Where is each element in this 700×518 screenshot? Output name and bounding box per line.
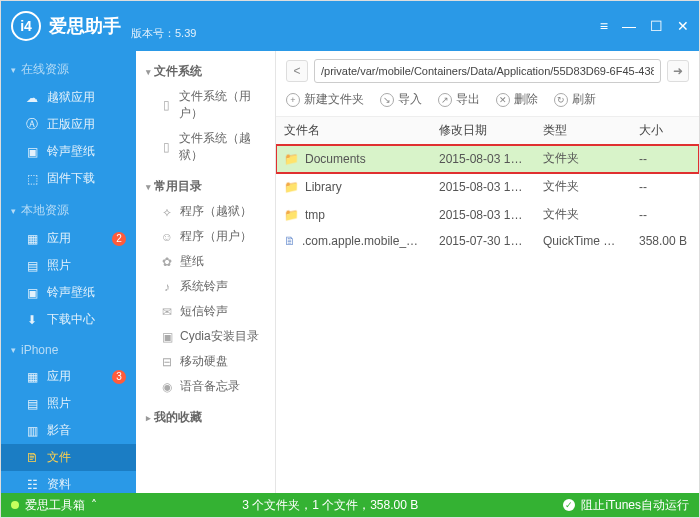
cell: 2015-07-30 17:... [431, 229, 535, 253]
download-icon: ⬚ [25, 172, 39, 186]
settings-icon[interactable]: ≡ [600, 18, 608, 34]
side-item-download-center[interactable]: ⬇下载中心 [1, 306, 136, 333]
side-head-iphone[interactable]: iPhone [1, 337, 136, 363]
table-row[interactable]: 📁Library 2015-08-03 10:... 文件夹 -- [276, 173, 699, 201]
tree-panel: 文件系统 ▯文件系统（用户） ▯文件系统（越狱） 常用目录 ⟡程序（越狱） ☺程… [136, 51, 276, 493]
col-size[interactable]: 大小 [631, 117, 699, 144]
file-icon: 🗎 [284, 234, 296, 248]
side-label: 影音 [47, 422, 71, 439]
status-summary: 3 个文件夹，1 个文件，358.00 B [242, 497, 418, 514]
status-itunes-button[interactable]: ✓ 阻止iTunes自动运行 [553, 497, 699, 514]
tree-head-common[interactable]: 常用目录 [140, 174, 271, 199]
side-section-iphone: iPhone ▦应用3 ▤照片 ▥影音 🖹文件 ☷资料 ⋯更多 [1, 337, 136, 493]
tree-head-fs[interactable]: 文件系统 [140, 59, 271, 84]
tree-group-fs: 文件系统 ▯文件系统（用户） ▯文件系统（越狱） [140, 59, 271, 168]
path-input[interactable] [314, 59, 661, 83]
titlebar: i4 爱思助手 版本号：5.39 ≡ — ☐ ✕ [1, 1, 699, 51]
side-item-firmware[interactable]: ⬚固件下载 [1, 165, 136, 192]
tree-item-voice-memo[interactable]: ◉语音备忘录 [140, 374, 271, 399]
photo-icon: ▤ [25, 259, 39, 273]
node-icon: ⟡ [160, 205, 174, 219]
status-bar: 爱思工具箱 ˄ 3 个文件夹，1 个文件，358.00 B ✓ 阻止iTunes… [1, 493, 699, 517]
cell: 2015-08-03 10:... [431, 147, 535, 171]
import-button[interactable]: ↘导入 [380, 91, 422, 108]
folder-icon: 📁 [284, 180, 299, 194]
tree-item-wallpaper[interactable]: ✿壁纸 [140, 249, 271, 274]
side-label: 铃声壁纸 [47, 284, 95, 301]
window-controls: ≡ — ☐ ✕ [600, 18, 689, 34]
nav-back-button[interactable]: < [286, 60, 308, 82]
cell: .com.apple.mobile_container_manager.meta… [302, 234, 431, 248]
tree-label: 文件系统（越狱） [179, 130, 265, 164]
new-folder-button[interactable]: +新建文件夹 [286, 91, 364, 108]
tree-item-ext-disk[interactable]: ⊟移动硬盘 [140, 349, 271, 374]
tree-group-common: 常用目录 ⟡程序（越狱） ☺程序（用户） ✿壁纸 ♪系统铃声 ✉短信铃声 ▣Cy… [140, 174, 271, 399]
export-button[interactable]: ↗导出 [438, 91, 480, 108]
side-item-iphone-files[interactable]: 🖹文件 [1, 444, 136, 471]
side-item-iphone-photos[interactable]: ▤照片 [1, 390, 136, 417]
tree-head-fav[interactable]: 我的收藏 [140, 405, 271, 430]
cell: Documents [305, 152, 366, 166]
side-item-iphone-info[interactable]: ☷资料 [1, 471, 136, 493]
side-head-local[interactable]: 本地资源 [1, 196, 136, 225]
tree-label: 移动硬盘 [180, 353, 228, 370]
toolbar: +新建文件夹 ↘导入 ↗导出 ✕删除 ↻刷新 [276, 87, 699, 117]
tree-label: 文件系统（用户） [179, 88, 265, 122]
col-name[interactable]: 文件名 [276, 117, 431, 144]
import-icon: ↘ [380, 93, 394, 107]
photo-icon: ▤ [25, 397, 39, 411]
side-item-ringtone-wall[interactable]: ▣铃声壁纸 [1, 138, 136, 165]
tree-item-apps-user[interactable]: ☺程序（用户） [140, 224, 271, 249]
table-row[interactable]: 📁Documents 2015-08-03 10:... 文件夹 -- [276, 145, 699, 173]
table-row[interactable]: 🗎.com.apple.mobile_container_manager.met… [276, 229, 699, 254]
apps-icon: ▦ [25, 370, 39, 384]
side-label: 下载中心 [47, 311, 95, 328]
col-date[interactable]: 修改日期 [431, 117, 535, 144]
side-item-local-ringtone-wall[interactable]: ▣铃声壁纸 [1, 279, 136, 306]
table-row[interactable]: 📁tmp 2015-08-03 15:... 文件夹 -- [276, 201, 699, 229]
cell: tmp [305, 208, 325, 222]
status-dot-icon [11, 501, 19, 509]
chevron-up-icon: ˄ [91, 498, 97, 512]
btn-label: 新建文件夹 [304, 91, 364, 108]
tree-label: 语音备忘录 [180, 378, 240, 395]
close-icon[interactable]: ✕ [677, 18, 689, 34]
side-section-local: 本地资源 ▦应用2 ▤照片 ▣铃声壁纸 ⬇下载中心 [1, 196, 136, 333]
side-item-local-apps[interactable]: ▦应用2 [1, 225, 136, 252]
gear-icon: ✿ [160, 255, 174, 269]
apps-icon: ▦ [25, 232, 39, 246]
music-icon: ▥ [25, 424, 39, 438]
side-head-online[interactable]: 在线资源 [1, 55, 136, 84]
cell: 文件夹 [535, 145, 631, 172]
tree-item-fs-root[interactable]: ▯文件系统（越狱） [140, 126, 271, 168]
cell: 文件夹 [535, 201, 631, 228]
tree-item-sys-ringtone[interactable]: ♪系统铃声 [140, 274, 271, 299]
side-item-local-photos[interactable]: ▤照片 [1, 252, 136, 279]
cell: -- [631, 175, 699, 199]
tree-label: 程序（越狱） [180, 203, 252, 220]
minimize-icon[interactable]: — [622, 18, 636, 34]
phone-icon: ▯ [160, 98, 173, 112]
side-item-iphone-apps[interactable]: ▦应用3 [1, 363, 136, 390]
side-item-iphone-media[interactable]: ▥影音 [1, 417, 136, 444]
cell: 2015-08-03 15:... [431, 203, 535, 227]
col-type[interactable]: 类型 [535, 117, 631, 144]
tree-item-apps-root[interactable]: ⟡程序（越狱） [140, 199, 271, 224]
media-icon: ▣ [25, 286, 39, 300]
side-item-official[interactable]: Ⓐ正版应用 [1, 111, 136, 138]
side-item-jailbreak[interactable]: ☁越狱应用 [1, 84, 136, 111]
tree-item-fs-user[interactable]: ▯文件系统（用户） [140, 84, 271, 126]
tree-item-sms-ringtone[interactable]: ✉短信铃声 [140, 299, 271, 324]
side-label: 照片 [47, 257, 71, 274]
user-icon: ☺ [160, 230, 174, 244]
delete-button[interactable]: ✕删除 [496, 91, 538, 108]
tree-item-cydia[interactable]: ▣Cydia安装目录 [140, 324, 271, 349]
refresh-button[interactable]: ↻刷新 [554, 91, 596, 108]
cell: 358.00 B [631, 229, 699, 253]
btn-label: 删除 [514, 91, 538, 108]
status-toolbox-button[interactable]: 爱思工具箱 ˄ [1, 493, 107, 517]
maximize-icon[interactable]: ☐ [650, 18, 663, 34]
side-label: 铃声壁纸 [47, 143, 95, 160]
path-go-button[interactable]: ➜ [667, 60, 689, 82]
path-row: < ➜ [276, 51, 699, 87]
